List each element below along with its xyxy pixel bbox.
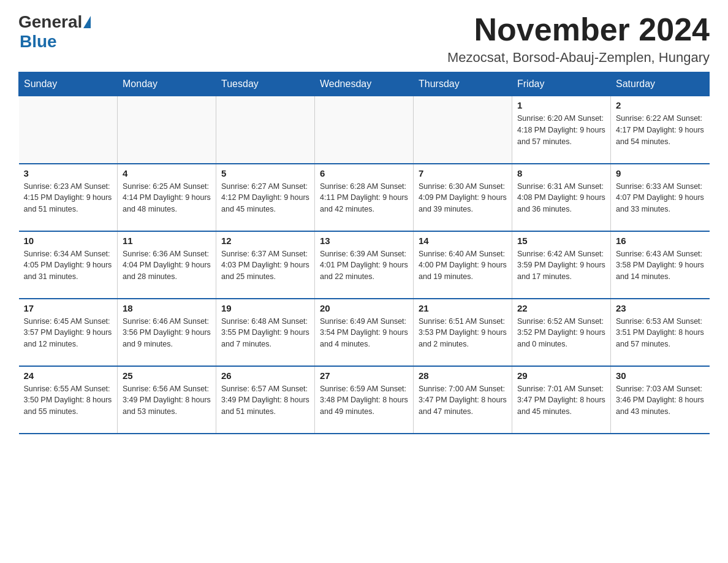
day-info: Sunrise: 6:33 AM Sunset: 4:07 PM Dayligh… — [616, 181, 705, 215]
day-number: 7 — [419, 168, 507, 178]
day-info: Sunrise: 6:53 AM Sunset: 3:51 PM Dayligh… — [616, 316, 705, 350]
day-number: 18 — [123, 303, 211, 313]
day-info: Sunrise: 6:25 AM Sunset: 4:14 PM Dayligh… — [123, 181, 211, 215]
day-number: 24 — [24, 370, 113, 381]
day-info: Sunrise: 6:30 AM Sunset: 4:09 PM Dayligh… — [419, 181, 507, 215]
day-number: 13 — [320, 236, 408, 246]
day-number: 9 — [616, 168, 705, 178]
day-info: Sunrise: 6:22 AM Sunset: 4:17 PM Dayligh… — [616, 113, 705, 147]
calendar-cell: 2Sunrise: 6:22 AM Sunset: 4:17 PM Daylig… — [611, 96, 710, 164]
day-info: Sunrise: 6:42 AM Sunset: 3:59 PM Dayligh… — [517, 248, 605, 283]
day-info: Sunrise: 6:51 AM Sunset: 3:53 PM Dayligh… — [419, 316, 507, 350]
day-number: 1 — [517, 100, 605, 110]
day-number: 5 — [221, 168, 309, 178]
calendar-cell: 28Sunrise: 7:00 AM Sunset: 3:47 PM Dayli… — [414, 366, 512, 434]
calendar-cell: 21Sunrise: 6:51 AM Sunset: 3:53 PM Dayli… — [414, 299, 512, 366]
calendar-cell — [19, 96, 118, 164]
day-number: 28 — [419, 370, 507, 381]
day-info: Sunrise: 6:55 AM Sunset: 3:50 PM Dayligh… — [24, 383, 113, 418]
month-year-title: November 2024 — [447, 12, 710, 47]
day-info: Sunrise: 6:46 AM Sunset: 3:56 PM Dayligh… — [123, 316, 211, 350]
day-info: Sunrise: 7:03 AM Sunset: 3:46 PM Dayligh… — [616, 383, 705, 418]
calendar-cell: 24Sunrise: 6:55 AM Sunset: 3:50 PM Dayli… — [19, 366, 118, 434]
calendar-cell: 7Sunrise: 6:30 AM Sunset: 4:09 PM Daylig… — [414, 164, 512, 231]
day-info: Sunrise: 6:40 AM Sunset: 4:00 PM Dayligh… — [419, 248, 507, 283]
calendar-cell: 1Sunrise: 6:20 AM Sunset: 4:18 PM Daylig… — [512, 96, 611, 164]
day-number: 21 — [419, 303, 507, 313]
day-number: 30 — [616, 370, 705, 381]
day-number: 15 — [517, 236, 605, 246]
calendar-cell: 17Sunrise: 6:45 AM Sunset: 3:57 PM Dayli… — [19, 299, 118, 366]
weekday-header-tuesday: Tuesday — [216, 72, 315, 96]
day-number: 27 — [320, 370, 408, 381]
weekday-header-wednesday: Wednesday — [315, 72, 414, 96]
calendar-cell: 3Sunrise: 6:23 AM Sunset: 4:15 PM Daylig… — [19, 164, 118, 231]
day-number: 8 — [517, 168, 605, 178]
calendar-cell: 22Sunrise: 6:52 AM Sunset: 3:52 PM Dayli… — [512, 299, 611, 366]
day-number: 25 — [123, 370, 211, 381]
calendar-cell: 5Sunrise: 6:27 AM Sunset: 4:12 PM Daylig… — [216, 164, 315, 231]
calendar-cell — [118, 96, 216, 164]
calendar-cell: 8Sunrise: 6:31 AM Sunset: 4:08 PM Daylig… — [512, 164, 611, 231]
calendar-week-row: 17Sunrise: 6:45 AM Sunset: 3:57 PM Dayli… — [19, 299, 710, 366]
day-info: Sunrise: 6:52 AM Sunset: 3:52 PM Dayligh… — [517, 316, 605, 350]
calendar-cell: 10Sunrise: 6:34 AM Sunset: 4:05 PM Dayli… — [19, 231, 118, 299]
day-number: 19 — [221, 303, 309, 313]
day-info: Sunrise: 7:01 AM Sunset: 3:47 PM Dayligh… — [517, 383, 605, 418]
day-info: Sunrise: 6:56 AM Sunset: 3:49 PM Dayligh… — [123, 383, 211, 418]
calendar-week-row: 1Sunrise: 6:20 AM Sunset: 4:18 PM Daylig… — [19, 96, 710, 164]
logo-general-text: General — [18, 12, 82, 32]
calendar-cell: 13Sunrise: 6:39 AM Sunset: 4:01 PM Dayli… — [315, 231, 414, 299]
calendar-cell: 19Sunrise: 6:48 AM Sunset: 3:55 PM Dayli… — [216, 299, 315, 366]
day-info: Sunrise: 6:34 AM Sunset: 4:05 PM Dayligh… — [24, 248, 113, 283]
day-info: Sunrise: 6:57 AM Sunset: 3:49 PM Dayligh… — [221, 383, 309, 418]
day-number: 12 — [221, 236, 309, 246]
calendar-cell: 4Sunrise: 6:25 AM Sunset: 4:14 PM Daylig… — [118, 164, 216, 231]
calendar-cell: 30Sunrise: 7:03 AM Sunset: 3:46 PM Dayli… — [611, 366, 710, 434]
calendar-cell: 29Sunrise: 7:01 AM Sunset: 3:47 PM Dayli… — [512, 366, 611, 434]
day-number: 14 — [419, 236, 507, 246]
day-info: Sunrise: 6:59 AM Sunset: 3:48 PM Dayligh… — [320, 383, 408, 418]
day-number: 17 — [24, 303, 113, 313]
day-info: Sunrise: 6:48 AM Sunset: 3:55 PM Dayligh… — [221, 316, 309, 350]
day-info: Sunrise: 6:49 AM Sunset: 3:54 PM Dayligh… — [320, 316, 408, 350]
calendar-week-row: 10Sunrise: 6:34 AM Sunset: 4:05 PM Dayli… — [19, 231, 710, 299]
location-subtitle: Mezocsat, Borsod-Abauj-Zemplen, Hungary — [447, 50, 710, 66]
day-number: 26 — [221, 370, 309, 381]
day-info: Sunrise: 7:00 AM Sunset: 3:47 PM Dayligh… — [419, 383, 507, 418]
day-number: 23 — [616, 303, 705, 313]
weekday-header-row: SundayMondayTuesdayWednesdayThursdayFrid… — [19, 72, 710, 96]
day-number: 20 — [320, 303, 408, 313]
day-number: 4 — [123, 168, 211, 178]
day-info: Sunrise: 6:43 AM Sunset: 3:58 PM Dayligh… — [616, 248, 705, 283]
day-info: Sunrise: 6:31 AM Sunset: 4:08 PM Dayligh… — [517, 181, 605, 215]
day-info: Sunrise: 6:39 AM Sunset: 4:01 PM Dayligh… — [320, 248, 408, 283]
calendar-table: SundayMondayTuesdayWednesdayThursdayFrid… — [18, 72, 710, 434]
calendar-cell: 20Sunrise: 6:49 AM Sunset: 3:54 PM Dayli… — [315, 299, 414, 366]
calendar-cell: 14Sunrise: 6:40 AM Sunset: 4:00 PM Dayli… — [414, 231, 512, 299]
weekday-header-thursday: Thursday — [414, 72, 512, 96]
calendar-week-row: 24Sunrise: 6:55 AM Sunset: 3:50 PM Dayli… — [19, 366, 710, 434]
calendar-cell: 23Sunrise: 6:53 AM Sunset: 3:51 PM Dayli… — [611, 299, 710, 366]
day-info: Sunrise: 6:45 AM Sunset: 3:57 PM Dayligh… — [24, 316, 113, 350]
calendar-cell: 18Sunrise: 6:46 AM Sunset: 3:56 PM Dayli… — [118, 299, 216, 366]
day-info: Sunrise: 6:36 AM Sunset: 4:04 PM Dayligh… — [123, 248, 211, 283]
day-number: 6 — [320, 168, 408, 178]
calendar-cell: 27Sunrise: 6:59 AM Sunset: 3:48 PM Dayli… — [315, 366, 414, 434]
title-section: November 2024 Mezocsat, Borsod-Abauj-Zem… — [447, 12, 710, 66]
logo: General Blue — [18, 12, 92, 52]
logo-blue-text: Blue — [20, 32, 57, 51]
day-info: Sunrise: 6:27 AM Sunset: 4:12 PM Dayligh… — [221, 181, 309, 215]
day-info: Sunrise: 6:23 AM Sunset: 4:15 PM Dayligh… — [24, 181, 113, 215]
day-number: 29 — [517, 370, 605, 381]
calendar-cell: 25Sunrise: 6:56 AM Sunset: 3:49 PM Dayli… — [118, 366, 216, 434]
calendar-cell — [414, 96, 512, 164]
calendar-cell: 11Sunrise: 6:36 AM Sunset: 4:04 PM Dayli… — [118, 231, 216, 299]
calendar-cell: 15Sunrise: 6:42 AM Sunset: 3:59 PM Dayli… — [512, 231, 611, 299]
calendar-cell: 12Sunrise: 6:37 AM Sunset: 4:03 PM Dayli… — [216, 231, 315, 299]
calendar-cell — [216, 96, 315, 164]
day-info: Sunrise: 6:28 AM Sunset: 4:11 PM Dayligh… — [320, 181, 408, 215]
calendar-cell: 26Sunrise: 6:57 AM Sunset: 3:49 PM Dayli… — [216, 366, 315, 434]
calendar-cell — [315, 96, 414, 164]
page-header: General Blue November 2024 Mezocsat, Bor… — [18, 12, 710, 66]
